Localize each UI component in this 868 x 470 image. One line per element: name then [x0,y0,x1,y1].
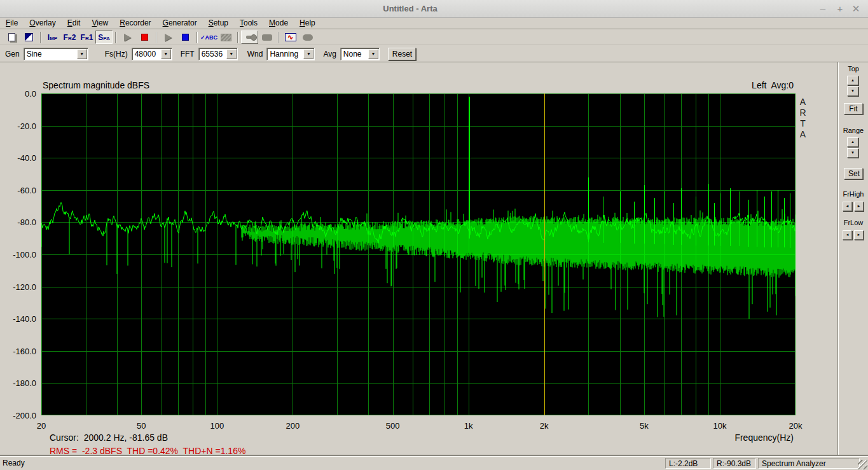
plot-title: Spectrum magnitude dBFS [43,80,149,90]
sample-rate-value: 48000 [132,50,161,59]
x-tick-label: 20 [37,421,46,431]
spellcheck-abc-icon: ✓ABC [200,34,217,41]
menu-edit[interactable]: Edit [62,18,86,29]
x-axis-labels: 20501002005001k2k5k10k20k [41,421,796,431]
chevron-down-icon[interactable]: ▼ [303,49,313,59]
fr2-mode-button[interactable]: Fr2 [61,31,78,44]
x-tick-label: 100 [210,421,224,431]
y-axis-labels: 0.0-20.0-40.0-60.0-80.0-100.0-120.0-140.… [0,93,39,415]
sine-signal-icon[interactable]: ∿ [282,31,299,44]
spa-mode-button[interactable]: Spa [95,31,113,44]
sample-rate-combobox[interactable]: 48000 ▼ [132,48,172,60]
new-file-icon [8,33,15,41]
microphone-icon[interactable] [241,31,258,44]
oval-disabled-icon [299,31,316,44]
toolbar-separator [156,32,157,43]
y-tick-label: -140.0 [13,314,36,324]
fr1-mode-button: Fr1 [81,33,93,42]
microphone-icon [246,36,254,39]
generator-stop-icon[interactable] [177,31,194,44]
mode-indicator: Spectrum Analyzer [758,458,860,469]
wnd-label: Wnd [247,50,263,59]
menu-file[interactable]: File [0,18,24,29]
spectrum-plot[interactable] [41,93,796,415]
set-button[interactable]: Set [844,168,863,179]
toolbar-separator [40,32,41,43]
y-tick-label: -100.0 [13,250,36,259]
menu-bar: FileOverlayEditViewRecorderGeneratorSetu… [0,18,868,29]
top-label: Top [839,65,868,73]
y-tick-label: -80.0 [17,218,36,227]
spellcheck-abc-icon[interactable]: ✓ABC [200,31,217,44]
menu-view[interactable]: View [86,18,114,29]
maximize-button[interactable]: + [833,0,847,18]
generator-type-combobox[interactable]: Sine ▼ [24,48,88,60]
new-file-icon[interactable] [3,31,20,44]
avg-label: Avg [323,50,336,59]
frlow-left-button[interactable]: ◄ [843,230,852,240]
minimize-button[interactable]: – [816,0,830,18]
fr1-mode-button[interactable]: Fr1 [78,31,95,44]
y-tick-label: -160.0 [13,346,36,356]
range-up-spinner[interactable]: ▲ [847,137,858,147]
fr2-mode-button: Fr2 [64,33,76,42]
fit-button[interactable]: Fit [844,103,863,114]
close-button[interactable]: ✕ [849,0,863,18]
frhigh-right-button[interactable]: ► [854,202,864,211]
generator-play-icon [160,31,177,44]
y-tick-label: -180.0 [13,378,36,388]
generator-type-value: Sine [24,50,77,59]
y-tick-label: -120.0 [13,282,36,291]
impulse-mode-button: Imp [48,33,57,42]
arta-window: Untitled - Arta – + ✕ FileOverlayEditVie… [0,0,868,470]
range-down-spinner[interactable]: ▼ [847,148,858,158]
averaging-value: None [341,50,368,59]
menu-recorder[interactable]: Recorder [114,18,156,29]
record-icon[interactable] [136,31,153,44]
y-tick-label: 0.0 [25,89,36,99]
chevron-down-icon[interactable]: ▼ [77,49,87,59]
chevron-down-icon[interactable]: ▼ [226,49,237,59]
menu-setup[interactable]: Setup [203,18,234,29]
window-title: Untitled - Arta [0,0,820,18]
y-tick-label: -40.0 [17,153,36,163]
generator-play-icon [165,34,172,41]
record-icon [141,34,148,41]
x-tick-label: 5k [640,421,649,431]
menu-mode[interactable]: Mode [263,18,294,29]
overlay-icon[interactable] [20,31,38,44]
menu-overlay[interactable]: Overlay [24,18,61,29]
plot-client-area: Spectrum magnitude dBFS Left Avg:0 A R T… [0,62,868,456]
impulse-mode-button[interactable]: Imp [44,31,61,44]
frhigh-left-button[interactable]: ◄ [843,202,852,211]
toolbar-separator [237,32,238,43]
toolbar-separator [278,32,279,43]
y-tick-label: -60.0 [17,185,36,195]
top-down-spinner[interactable]: ▼ [847,86,858,96]
menu-help[interactable]: Help [294,18,321,29]
capsule-disabled-icon [258,31,275,44]
x-tick-label: 10k [713,421,727,431]
chevron-down-icon[interactable]: ▼ [161,49,171,59]
gen-label: Gen [5,50,20,59]
fft-size-combobox[interactable]: 65536 ▼ [198,48,238,60]
resize-grip[interactable] [858,460,867,469]
window-function-combobox[interactable]: Hanning ▼ [266,48,315,60]
x-tick-label: 20k [789,421,803,431]
menu-generator[interactable]: Generator [157,18,203,29]
fs-label: Fs(Hz) [105,50,128,59]
toolbar-separator [115,32,116,43]
chevron-down-icon[interactable]: ▼ [368,49,378,59]
fft-label: FFT [181,50,195,59]
arta-watermark: A R T A [798,97,808,140]
frlow-label: FrLow [839,219,868,226]
frlow-right-button[interactable]: ► [854,230,864,240]
top-up-spinner[interactable]: ▲ [847,76,858,85]
menu-tools[interactable]: Tools [234,18,263,29]
averaging-combobox[interactable]: None ▼ [340,48,380,60]
title-bar: Untitled - Arta – + ✕ [0,0,868,18]
channel-average-info: Left Avg:0 [752,80,794,90]
reset-button[interactable]: Reset [388,48,416,60]
fft-size-value: 65536 [199,50,226,59]
range-label: Range [839,127,868,134]
